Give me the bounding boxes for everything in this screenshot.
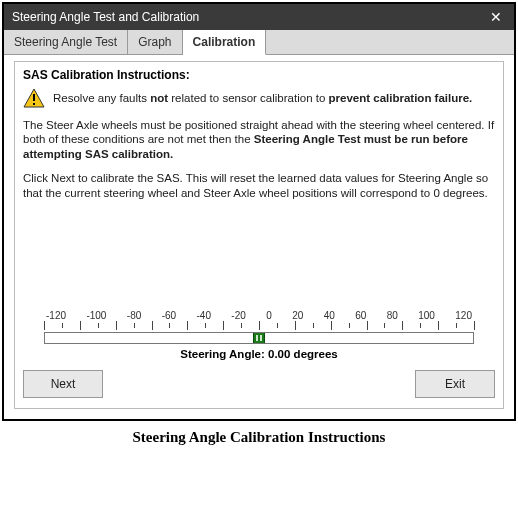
scale-label: 80: [387, 310, 398, 321]
svg-rect-1: [33, 94, 35, 101]
dialog-window: Steering Angle Test and Calibration ✕ St…: [2, 2, 516, 421]
scale-label: -120: [46, 310, 66, 321]
scale-ticks: [44, 321, 474, 331]
tick-major: [187, 321, 188, 330]
tick-major: [259, 321, 260, 330]
tick-major: [331, 321, 332, 330]
warning-text: Resolve any faults not related to sensor…: [53, 92, 472, 104]
readout-label: Steering Angle:: [180, 348, 268, 360]
scale-label: -60: [162, 310, 176, 321]
tick-major: [80, 321, 81, 330]
titlebar: Steering Angle Test and Calibration ✕: [4, 4, 514, 30]
readout-value: 0.00 degrees: [268, 348, 338, 360]
tick-major: [223, 321, 224, 330]
tab-steering-angle-test[interactable]: Steering Angle Test: [4, 30, 128, 54]
tick-minor: [241, 323, 242, 328]
scale-label: 40: [324, 310, 335, 321]
scale-label: -100: [86, 310, 106, 321]
tick-minor: [420, 323, 421, 328]
tick-minor: [349, 323, 350, 328]
window-title: Steering Angle Test and Calibration: [12, 10, 199, 24]
tick-minor: [98, 323, 99, 328]
angle-indicator[interactable]: [253, 333, 265, 343]
tick-major: [367, 321, 368, 330]
warning-bold1: not: [150, 92, 168, 104]
tab-graph[interactable]: Graph: [128, 30, 182, 54]
scale-label: -80: [127, 310, 141, 321]
tick-major: [152, 321, 153, 330]
paragraph-1: The Steer Axle wheels must be positioned…: [23, 118, 495, 161]
warning-mid: related to sensor calibration to: [168, 92, 328, 104]
instructions-heading: SAS Calibration Instructions:: [23, 68, 495, 82]
figure-caption: Steering Angle Calibration Instructions: [0, 429, 518, 446]
scale-label: 20: [292, 310, 303, 321]
tick-major: [402, 321, 403, 330]
warning-icon: [23, 88, 45, 108]
angle-readout: Steering Angle: 0.00 degrees: [23, 348, 495, 360]
button-row: Next Exit: [23, 370, 495, 398]
scale-label: -20: [231, 310, 245, 321]
scale-label: 60: [355, 310, 366, 321]
scale-label: -40: [197, 310, 211, 321]
tick-minor: [456, 323, 457, 328]
tick-minor: [62, 323, 63, 328]
paragraph-2: Click Next to calibrate the SAS. This wi…: [23, 171, 495, 200]
exit-button[interactable]: Exit: [415, 370, 495, 398]
angle-scale: -120-100-80-60-40-20020406080100120: [44, 310, 474, 344]
scale-label: 0: [266, 310, 272, 321]
tick-major: [295, 321, 296, 330]
scale-area: -120-100-80-60-40-20020406080100120 Stee…: [23, 310, 495, 360]
tick-major: [44, 321, 45, 330]
warning-bold2: prevent calibration failure.: [329, 92, 473, 104]
tick-minor: [205, 323, 206, 328]
close-icon: ✕: [490, 9, 502, 25]
tick-minor: [384, 323, 385, 328]
svg-rect-2: [33, 103, 35, 105]
next-button[interactable]: Next: [23, 370, 103, 398]
tick-minor: [134, 323, 135, 328]
warning-pre: Resolve any faults: [53, 92, 150, 104]
close-button[interactable]: ✕: [478, 4, 514, 30]
tick-major: [438, 321, 439, 330]
scale-label: 100: [418, 310, 435, 321]
warning-row: Resolve any faults not related to sensor…: [23, 88, 495, 108]
scale-label: 120: [455, 310, 472, 321]
content-area: SAS Calibration Instructions: Resolve an…: [4, 55, 514, 419]
scale-track: [44, 332, 474, 344]
tick-minor: [277, 323, 278, 328]
tab-strip: Steering Angle Test Graph Calibration: [4, 30, 514, 55]
scale-labels: -120-100-80-60-40-20020406080100120: [44, 310, 474, 321]
tick-major: [474, 321, 475, 330]
instructions-panel: SAS Calibration Instructions: Resolve an…: [14, 61, 504, 409]
tab-calibration[interactable]: Calibration: [183, 30, 267, 55]
tick-major: [116, 321, 117, 330]
tick-minor: [313, 323, 314, 328]
tick-minor: [169, 323, 170, 328]
